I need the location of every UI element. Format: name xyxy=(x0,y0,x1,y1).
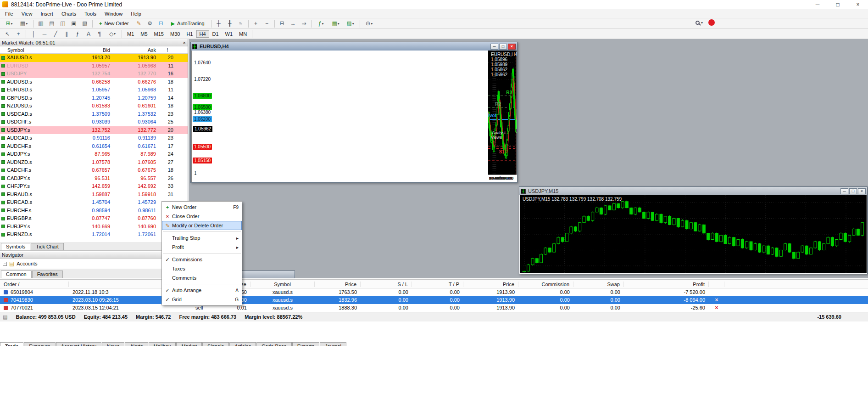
tab-symbols[interactable]: Symbols xyxy=(1,243,30,250)
profiles-button[interactable]: ▦▾ xyxy=(17,19,31,28)
terminal-toggle-button[interactable]: ▣ xyxy=(69,19,79,28)
order-row[interactable]: 650198042022.11.18 10:30.50xauusd.s1763.… xyxy=(0,288,868,296)
context-menu-item-profit[interactable]: Profit▸ xyxy=(162,242,242,252)
market-watch-row[interactable]: AUDJPY.s87.96587.98924 xyxy=(0,150,188,158)
market-watch-row[interactable]: AUDUSD.s0.662580.6627618 xyxy=(0,78,188,86)
channel-tool-button[interactable]: ∥ xyxy=(61,30,72,38)
cursor-tool-button[interactable]: ↖ xyxy=(2,30,12,38)
timeframe-m1[interactable]: M1 xyxy=(124,30,137,38)
terminal-tab-alerts[interactable]: Alerts xyxy=(125,342,148,346)
market-watch-row[interactable]: EURJPY.s140.669140.690 xyxy=(0,223,188,231)
market-watch-row[interactable]: CADJPY.s96.53196.55726 xyxy=(0,175,188,183)
market-watch-row[interactable]: XAUUSD.s1913.701913.9020 xyxy=(0,54,188,62)
context-menu-item-trailing-stop[interactable]: Trailing Stop▸ xyxy=(162,233,242,242)
chart-window-usdjpy[interactable]: ╂ USDJPY,M15 ─ □ × USDJPY,M15 132.783 13… xyxy=(519,186,868,274)
market-watch-row[interactable]: AUDNZD.s1.075781.0760527 xyxy=(0,158,188,167)
orders-table-header[interactable]: Order /SizeSymbolPriceS / LT / PPriceCom… xyxy=(0,280,868,288)
terminal-tab-mailbox[interactable]: Mailbox xyxy=(149,342,176,346)
terminal-tab-code-base[interactable]: Code Base xyxy=(256,342,291,346)
market-watch-row[interactable]: USDJPY.s132.752132.77220 xyxy=(0,126,188,135)
strategy-tester-button[interactable]: ▧ xyxy=(80,19,90,28)
chart-close-button[interactable]: × xyxy=(858,188,866,194)
periods-button[interactable]: ▦▾ xyxy=(329,19,343,28)
new-order-button[interactable]: +New Order xyxy=(95,19,133,28)
indicators-button[interactable]: ƒ▾ xyxy=(314,19,328,28)
chart-minimize-button[interactable]: ─ xyxy=(490,44,498,50)
autotrading-button[interactable]: ▶AutoTrading xyxy=(167,19,208,28)
context-menu-item-grid[interactable]: ✓GridG xyxy=(162,295,242,304)
menu-view[interactable]: View xyxy=(17,10,37,17)
menu-charts[interactable]: Charts xyxy=(57,10,80,17)
menu-insert[interactable]: Insert xyxy=(36,10,57,17)
market-watch-row[interactable]: EURCAD.s1.457041.45729 xyxy=(0,198,188,207)
terminal-tab-exposure[interactable]: Exposure xyxy=(24,342,55,346)
market-watch-row[interactable]: CADCHF.s0.676570.6767518 xyxy=(0,166,188,175)
market-watch-row[interactable]: CHFJPY.s142.659142.69233 xyxy=(0,182,188,191)
market-watch-row[interactable]: AUDCHF.s0.616540.6167117 xyxy=(0,142,188,151)
terminal-tab-news[interactable]: News xyxy=(102,342,125,346)
context-menu-item-new-order[interactable]: +New OrderF9 xyxy=(162,203,242,212)
tree-collapse-icon[interactable]: − xyxy=(3,262,7,266)
notification-badge[interactable] xyxy=(708,19,715,26)
menu-help[interactable]: Help xyxy=(127,10,145,17)
horizontal-line-tool-button[interactable]: ─ xyxy=(39,30,50,38)
timeframe-m5[interactable]: M5 xyxy=(137,30,150,38)
metaeditor-button[interactable]: ✎ xyxy=(134,19,144,28)
chart-restore-button[interactable]: □ xyxy=(499,44,507,50)
order-row[interactable]: 704198302023.03.10 09:26:15sell1.00xauus… xyxy=(0,296,868,304)
chart-restore-button[interactable]: □ xyxy=(849,188,857,194)
terminal-tab-journal[interactable]: Journal xyxy=(320,342,346,346)
eurusd-price-scale[interactable]: 1.076401.072201.063801.068001.065001.062… xyxy=(191,51,488,182)
market-watch-row[interactable]: USDCAD.s1.375091.3753223 xyxy=(0,110,188,118)
data-window-toggle-button[interactable]: ▤ xyxy=(47,19,57,28)
market-watch-row[interactable]: GBPUSD.s1.207451.2075914 xyxy=(0,94,188,102)
search-icon[interactable]: ▾ xyxy=(696,21,703,25)
candlestick-mode-button[interactable]: ╂ xyxy=(225,19,235,28)
minimize-button[interactable]: ─ xyxy=(807,0,828,9)
chart-window-titlebar[interactable]: ╂ USDJPY,M15 ─ □ × xyxy=(519,187,867,195)
terminal-tab-signals[interactable]: Signals xyxy=(202,342,229,346)
timeframe-w1[interactable]: W1 xyxy=(222,30,236,38)
auto-scroll-button[interactable]: → xyxy=(288,19,298,28)
context-menu-item-auto-arrange[interactable]: ✓Auto ArrangeA xyxy=(162,286,242,295)
market-watch-row[interactable]: USDCHF.s0.930390.9306425 xyxy=(0,118,188,126)
terminal-tab-articles[interactable]: Articles xyxy=(229,342,256,346)
context-menu-item-modify-or-delete-order[interactable]: ✎Modify or Delete Order xyxy=(162,221,242,230)
terminal-tab-trade[interactable]: Trade xyxy=(0,342,23,346)
context-menu-item-commissions[interactable]: ✓Commissions xyxy=(162,255,242,264)
chart-shift-button[interactable]: ⇒ xyxy=(299,19,309,28)
line-chart-mode-button[interactable]: ≈ xyxy=(236,19,246,28)
zoom-in-button[interactable]: + xyxy=(251,19,261,28)
zoom-out-button[interactable]: − xyxy=(262,19,272,28)
chart-window-eurusd[interactable]: ╂ EURUSD,H4 ─ □ × EURUSD,H4 1.05896 1.05… xyxy=(190,42,517,183)
context-menu-item-close-order[interactable]: ×Close Order xyxy=(162,212,242,221)
terminal-tab-account-history[interactable]: Account History xyxy=(56,342,101,346)
options-button[interactable]: ⚙ xyxy=(145,19,155,28)
close-order-icon[interactable]: × xyxy=(715,304,718,311)
market-watch-row[interactable]: EURUSD1.059571.0596811 xyxy=(0,62,188,70)
timeframe-m30[interactable]: M30 xyxy=(167,30,183,38)
bar-chart-mode-button[interactable]: ┼ xyxy=(214,19,224,28)
vertical-line-tool-button[interactable]: │ xyxy=(28,30,39,38)
menu-window[interactable]: Window xyxy=(100,10,127,17)
timeframe-h4[interactable]: H4 xyxy=(196,30,209,38)
text-label-tool-button[interactable]: ¶ xyxy=(95,30,105,38)
tile-windows-button[interactable]: ⊟ xyxy=(277,19,287,28)
market-watch-row[interactable]: EURGBP.s0.877470.87760 xyxy=(0,214,188,223)
market-watch-row[interactable]: AUDCAD.s0.911160.9113923 xyxy=(0,134,188,142)
tab-common[interactable]: Common xyxy=(1,270,32,278)
new-chart-button[interactable]: ⊞▾ xyxy=(2,19,16,28)
terminal-tab-experts[interactable]: Experts xyxy=(292,342,319,346)
shapes-tool-button[interactable]: ◇▾ xyxy=(106,30,119,38)
timeframe-m15[interactable]: M15 xyxy=(151,30,167,38)
market-watch-row[interactable]: EURUSD.s1.059571.0596811 xyxy=(0,86,188,94)
maximize-button[interactable]: □ xyxy=(828,0,848,9)
market-watch-row[interactable]: USDJPY132.754132.77016 xyxy=(0,70,188,78)
menu-tools[interactable]: Tools xyxy=(80,10,100,17)
market-watch-toggle-button[interactable]: ▥ xyxy=(36,19,46,28)
market-watch-row[interactable]: NZDUSD.s0.615830.6160118 xyxy=(0,102,188,110)
trendline-tool-button[interactable]: ╱ xyxy=(50,30,61,38)
eurusd-time-axis[interactable]: 22 Feb 202323 Feb 08:0024 Feb 16:0028 Fe… xyxy=(488,175,517,182)
order-row[interactable]: 707700212023.03.15 12:04:21sell0.01xauus… xyxy=(0,304,868,312)
market-watch-row[interactable]: EURCHF.s0.985940.98611 xyxy=(0,207,188,215)
